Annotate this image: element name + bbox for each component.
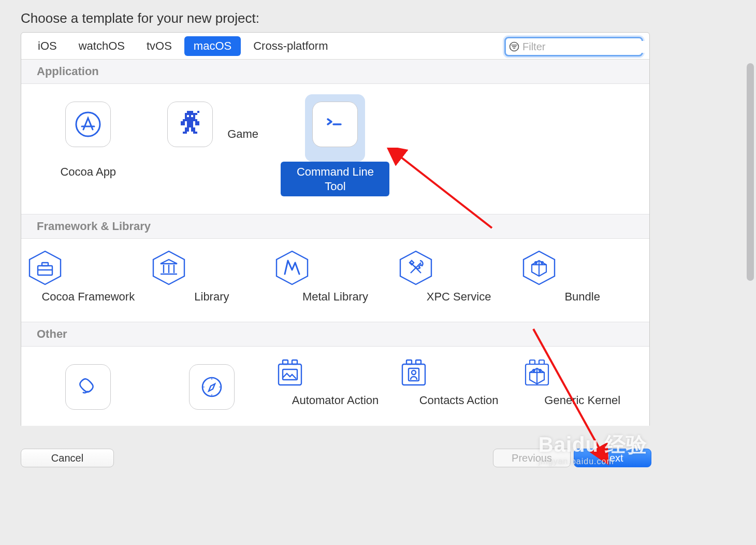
svg-rect-7 [185,117,195,119]
svg-rect-12 [185,127,189,132]
app-store-icon [65,102,111,147]
filter-field[interactable] [504,37,643,56]
contact-pkg-icon [397,357,430,390]
svg-rect-10 [195,121,199,125]
toolbox-hex-icon [26,249,64,286]
svg-rect-14 [183,132,187,134]
bundle-hex-icon [520,249,558,286]
watermark-brand: Baidu 经验 [539,433,647,456]
svg-point-50 [412,370,416,375]
template-label: Contacts Action [414,390,504,411]
script-icon [65,364,111,410]
svg-marker-19 [30,251,61,284]
svg-rect-17 [197,111,199,113]
svg-point-37 [202,378,221,396]
svg-rect-6 [193,115,195,117]
svg-point-1 [76,112,100,136]
section-header-other: Other [21,322,649,347]
template-command-line-tool[interactable]: Command Line Tool [273,94,397,196]
svg-rect-42 [279,364,301,385]
svg-rect-11 [187,121,193,127]
svg-rect-3 [185,113,195,115]
template-game[interactable]: Game [150,94,274,196]
section-header-framework: Framework & Library [21,214,649,239]
watermark-url: jingyan.baidu.com [539,457,647,466]
filter-input[interactable] [522,41,650,53]
svg-rect-44 [292,360,297,364]
svg-rect-15 [193,132,197,134]
svg-rect-16 [195,113,197,115]
scroll-thumb[interactable] [747,63,754,281]
template-bundle[interactable]: Bundle [520,249,644,307]
template-label: XPC Service [421,286,497,307]
svg-rect-9 [181,121,185,125]
svg-rect-8 [183,119,197,121]
svg-rect-2 [187,111,193,113]
template-library[interactable]: Library [150,249,274,307]
svg-marker-29 [277,251,308,284]
compass-icon [189,364,235,410]
svg-rect-21 [42,263,48,266]
tab-crossplatform[interactable]: Cross-platform [244,36,337,56]
template-cocoa-app[interactable]: Cocoa App [26,94,150,196]
bundle-pkg-icon [520,357,554,390]
terminal-icon [312,102,358,147]
template-label: Generic Kernel [539,390,626,411]
template-scroll-area[interactable]: Application Cocoa App Game Command Line … [21,60,649,425]
template-label: Automator Action [287,390,384,411]
svg-rect-4 [185,115,187,117]
svg-rect-53 [539,360,544,364]
section-header-application: Application [21,60,649,84]
template-cocoa-framework[interactable]: Cocoa Framework [26,249,150,307]
platform-tabs: iOS watchOS tvOS macOS Cross-platform [21,33,649,60]
svg-rect-43 [283,360,288,364]
tab-tvos[interactable]: tvOS [137,36,181,56]
template-panel: iOS watchOS tvOS macOS Cross-platform Ap… [21,32,650,426]
svg-marker-24 [161,260,177,264]
template-metal-library[interactable]: Metal Library [273,249,397,307]
template-label: Cocoa App [55,162,121,182]
tab-watchos[interactable]: watchOS [69,36,134,56]
template-label: Metal Library [297,286,373,307]
metal-hex-icon [273,249,311,286]
filter-icon [509,41,519,52]
cancel-button[interactable]: Cancel [21,449,114,467]
tab-macos[interactable]: macOS [184,36,241,56]
pixel-character-icon [167,102,213,147]
watermark: Baidu 经验 jingyan.baidu.com [539,431,647,466]
template-xpc-service[interactable]: XPC Service [397,249,521,307]
dialog-prompt: Choose a template for your new project: [21,10,259,26]
scroll-fade [21,409,649,426]
scrollbar[interactable] [746,32,755,426]
template-label: Library [189,286,234,307]
template-label: Bundle [559,286,605,307]
template-label: Cocoa Framework [36,286,140,307]
svg-rect-5 [189,115,191,117]
svg-rect-48 [416,360,421,364]
svg-rect-47 [406,360,412,364]
image-pkg-icon [273,357,307,390]
svg-rect-13 [191,127,195,132]
library-hex-icon [150,249,187,286]
tools-hex-icon [397,249,434,286]
template-label: Command Line Tool [281,162,389,196]
template-label: Game [222,124,264,145]
tab-ios[interactable]: iOS [28,36,66,56]
svg-rect-52 [530,360,535,364]
